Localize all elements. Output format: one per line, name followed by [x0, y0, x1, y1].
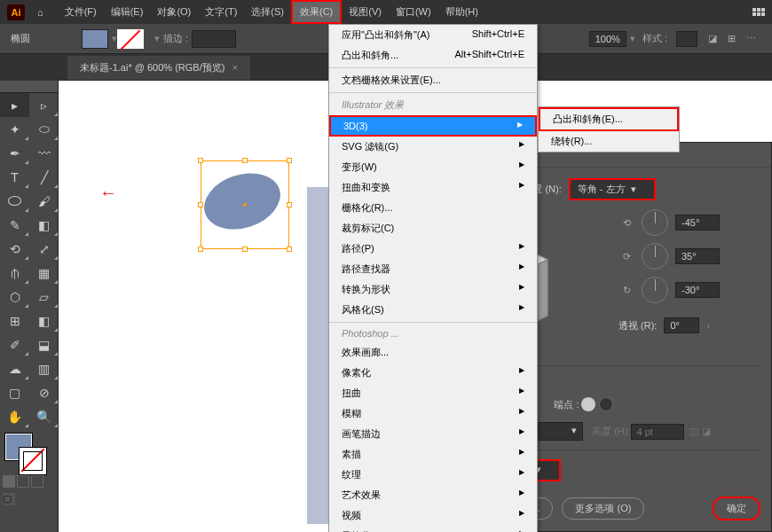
- selection-tool[interactable]: ▸: [0, 93, 29, 117]
- menu-path[interactable]: 路径(P): [329, 239, 537, 259]
- symbol-tool[interactable]: ☁: [0, 356, 29, 380]
- mode-normal[interactable]: [3, 475, 15, 488]
- bevel-out-icon[interactable]: ◪: [702, 426, 711, 437]
- doc-setup-icon[interactable]: ◪: [708, 33, 717, 44]
- roty-dial[interactable]: [642, 243, 668, 270]
- slice-tool[interactable]: ⊘: [29, 380, 59, 404]
- menu-video[interactable]: 视频: [329, 505, 537, 526]
- submenu-extrude-bevel[interactable]: 凸出和斜角(E)...: [539, 107, 679, 131]
- menu-distort[interactable]: 扭曲和变换: [329, 177, 537, 198]
- mode-behind[interactable]: [17, 475, 29, 488]
- rotx-dial[interactable]: [642, 209, 668, 236]
- pen-tool[interactable]: ✒: [0, 141, 29, 165]
- menu-convert-shape[interactable]: 转换为形状: [329, 279, 537, 300]
- stroke-color[interactable]: [20, 448, 46, 474]
- align-icon[interactable]: ⊞: [728, 33, 736, 44]
- ellipse-tool[interactable]: [0, 189, 29, 213]
- document-tab[interactable]: 未标题-1.ai* @ 600% (RGB/预览) ×: [67, 56, 250, 80]
- mode-inside[interactable]: [31, 475, 43, 488]
- menu-artistic[interactable]: 艺术效果: [329, 485, 537, 505]
- shaper-tool[interactable]: ✎: [0, 213, 29, 237]
- handle-se[interactable]: [287, 246, 292, 252]
- roty-value[interactable]: 35°: [675, 248, 720, 264]
- free-transform-tool[interactable]: ▦: [29, 261, 59, 285]
- hand-tool[interactable]: ✋: [0, 404, 29, 428]
- cap-on-button[interactable]: [581, 397, 595, 411]
- menu-apply-last[interactable]: 应用"凸出和斜角"(A)Shift+Ctrl+E: [329, 25, 537, 45]
- blend-tool[interactable]: ⬓: [29, 332, 59, 356]
- menu-last-effect[interactable]: 凸出和斜角...Alt+Shift+Ctrl+E: [329, 45, 537, 66]
- line-tool[interactable]: ╱: [29, 165, 59, 189]
- menu-type[interactable]: 文字(T): [198, 2, 244, 22]
- menu-pixelate[interactable]: 像素化: [329, 363, 537, 383]
- draw-modes[interactable]: [0, 473, 58, 490]
- rotx-value[interactable]: -45°: [675, 215, 720, 231]
- menu-rasterize[interactable]: 栅格化(R)...: [329, 198, 537, 218]
- home-icon[interactable]: ⌂: [37, 7, 43, 18]
- position-select[interactable]: 等角 - 左方 ▾: [569, 178, 656, 200]
- screen-mode[interactable]: ▢: [3, 493, 15, 505]
- fill-swatch[interactable]: [82, 29, 108, 49]
- menu-3d[interactable]: 3D(3): [329, 115, 537, 137]
- perspective-tool[interactable]: ▱: [29, 285, 59, 309]
- magic-wand-tool[interactable]: ✦: [0, 117, 29, 141]
- stroke-width-input[interactable]: [192, 30, 236, 48]
- menu-svg-filters[interactable]: SVG 滤镜(G): [329, 137, 537, 157]
- graph-tool[interactable]: ▥: [29, 356, 59, 380]
- handle-w[interactable]: [198, 202, 203, 207]
- eyedropper-tool[interactable]: ✐: [0, 332, 29, 356]
- zoom-tool[interactable]: 🔍: [29, 404, 59, 428]
- rotate-tool[interactable]: ⟲: [0, 237, 29, 261]
- artboard-tool[interactable]: ▢: [0, 380, 29, 404]
- menu-texture[interactable]: 纹理: [329, 465, 537, 485]
- selected-ellipse[interactable]: [201, 160, 289, 249]
- stroke-swatch[interactable]: [117, 29, 144, 49]
- cap-off-button[interactable]: [599, 397, 613, 411]
- menu-brush-strokes[interactable]: 画笔描边: [329, 424, 537, 444]
- shape-builder-tool[interactable]: ⬡: [0, 285, 29, 309]
- menu-file[interactable]: 文件(F): [58, 2, 104, 22]
- curvature-tool[interactable]: 〰: [29, 141, 59, 165]
- menu-cropmarks[interactable]: 裁剪标记(C): [329, 218, 537, 239]
- menu-stylize2[interactable]: 风格化: [329, 526, 537, 532]
- bevel-in-icon[interactable]: ◫: [689, 426, 698, 437]
- menu-help[interactable]: 帮助(H): [438, 2, 485, 22]
- direct-selection-tool[interactable]: ▹: [29, 93, 59, 117]
- menu-view[interactable]: 视图(V): [342, 2, 389, 22]
- menu-effect[interactable]: 效果(C): [291, 0, 342, 24]
- transform-icon[interactable]: ⋯: [746, 33, 756, 44]
- arrange-icon[interactable]: [752, 8, 765, 16]
- width-tool[interactable]: ⫛: [0, 261, 29, 285]
- color-controls[interactable]: [0, 428, 58, 473]
- menu-distort2[interactable]: 扭曲: [329, 383, 537, 403]
- zoom-select[interactable]: 100%: [589, 31, 626, 47]
- menu-warp[interactable]: 变形(W): [329, 157, 537, 177]
- handle-ne[interactable]: [287, 158, 292, 163]
- handle-nw[interactable]: [198, 158, 203, 163]
- menu-object[interactable]: 对象(O): [150, 2, 198, 22]
- handle-sw[interactable]: [198, 246, 203, 252]
- menu-select[interactable]: 选择(S): [244, 2, 291, 22]
- handle-s[interactable]: [242, 246, 248, 252]
- handle-n[interactable]: [242, 158, 248, 163]
- eraser-tool[interactable]: ◧: [29, 213, 59, 237]
- menu-blur[interactable]: 模糊: [329, 403, 537, 424]
- type-tool[interactable]: T: [0, 165, 29, 189]
- menu-pathfinder[interactable]: 路径查找器: [329, 259, 537, 279]
- menu-edit[interactable]: 编辑(E): [104, 2, 151, 22]
- scale-tool[interactable]: ⤢: [29, 237, 59, 261]
- ok-button[interactable]: 确定: [713, 497, 760, 520]
- lasso-tool[interactable]: ⬭: [29, 117, 59, 141]
- mesh-tool[interactable]: ⊞: [0, 309, 29, 332]
- more-options-button[interactable]: 更多选项 (O): [562, 497, 644, 520]
- screen-modes[interactable]: ▢: [0, 490, 58, 508]
- submenu-revolve[interactable]: 绕转(R)...: [539, 131, 679, 152]
- menu-sketch[interactable]: 素描: [329, 444, 537, 465]
- brush-tool[interactable]: 🖌: [29, 189, 59, 213]
- rotz-value[interactable]: -30°: [675, 282, 720, 298]
- menu-window[interactable]: 窗口(W): [389, 2, 438, 22]
- perspective-value[interactable]: 0°: [664, 317, 699, 333]
- rotz-dial[interactable]: [642, 277, 668, 303]
- close-icon[interactable]: ×: [232, 62, 237, 73]
- menu-stylize[interactable]: 风格化(S): [329, 300, 537, 320]
